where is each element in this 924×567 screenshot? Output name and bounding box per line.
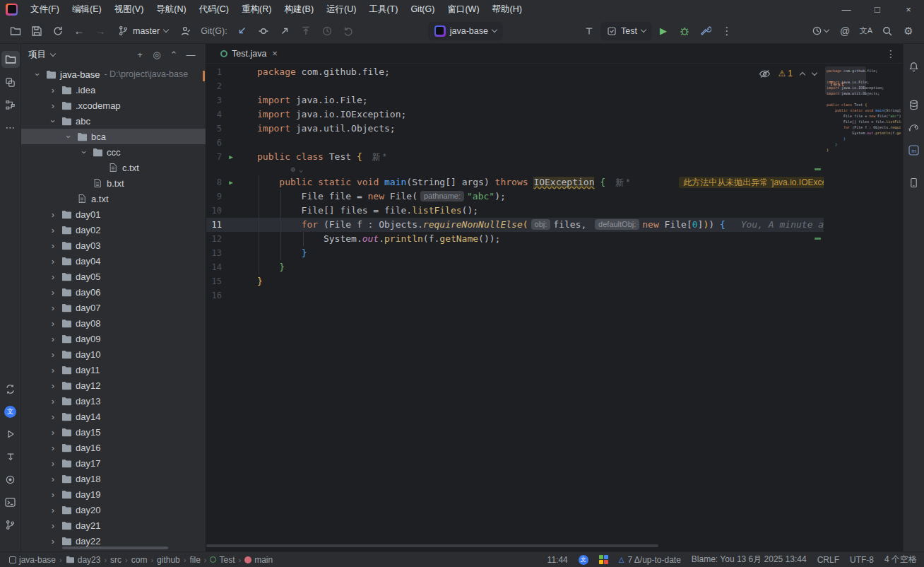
minimap[interactable]: Test package com.github.file;import java… [824, 64, 903, 551]
tree-item-day20[interactable]: ›day20 [21, 502, 206, 518]
run-tool-button[interactable] [1, 426, 20, 443]
tree-item-.idea[interactable]: ›.idea [21, 82, 206, 98]
chevron-icon[interactable]: › [47, 505, 59, 515]
chevron-icon[interactable]: › [47, 240, 59, 251]
code-line-14[interactable]: 14 } [206, 260, 824, 274]
chevron-icon[interactable]: › [64, 130, 74, 143]
menu-item-2[interactable]: 编辑(E) [66, 0, 108, 18]
next-problem-icon[interactable] [812, 69, 817, 75]
code-line-8[interactable]: 8▶ public static void main(String[] args… [206, 175, 824, 189]
add-button[interactable]: + [132, 47, 148, 62]
code-line-16[interactable]: 16 [206, 288, 824, 303]
run-button[interactable]: ▶ [653, 21, 673, 41]
chevron-icon[interactable]: › [47, 365, 59, 375]
update-project-button[interactable] [232, 21, 252, 41]
menu-item-8[interactable]: 运行(U) [320, 0, 362, 18]
push-button[interactable] [275, 21, 295, 41]
git-tool-button[interactable] [1, 516, 20, 533]
menu-item-7[interactable]: 构建(B) [278, 0, 320, 18]
code-line-6[interactable]: 6 [206, 136, 824, 150]
menu-item-5[interactable]: 代码(C) [193, 0, 235, 18]
menu-item-6[interactable]: 重构(R) [235, 0, 278, 18]
tree-item-day15[interactable]: ›day15 [21, 424, 206, 440]
project-widget[interactable]: java-base [428, 22, 503, 40]
previous-problem-icon[interactable] [800, 71, 805, 77]
open-folder-button[interactable] [6, 21, 25, 41]
tree-item-day17[interactable]: ›day17 [21, 455, 206, 471]
chevron-icon[interactable]: › [47, 334, 59, 344]
tree-item-day03[interactable]: ›day03 [21, 238, 206, 253]
chevron-icon[interactable]: › [48, 115, 59, 127]
sync-arrows-tool-button[interactable] [1, 380, 20, 397]
run-gutter-icon[interactable]: ▶ [222, 150, 240, 164]
chevron-icon[interactable]: › [47, 100, 59, 111]
maximize-button[interactable]: □ [862, 0, 893, 18]
run-gutter-icon[interactable]: ▶ [222, 175, 240, 189]
chevron-down-icon[interactable]: ⌄ [299, 164, 303, 175]
tree-item-day18[interactable]: ›day18 [21, 471, 206, 486]
code-line-9[interactable]: 9 File file = new File(pathname:"abc"); [206, 189, 824, 204]
debug-button[interactable] [675, 21, 694, 41]
translation-tool-button[interactable]: 文 [1, 403, 20, 420]
menu-item-4[interactable]: 导航(N) [150, 0, 192, 18]
tree-item-b.txt[interactable]: ›b.txt [21, 175, 206, 191]
profiler-button[interactable] [696, 21, 716, 41]
tree-item-ccc[interactable]: ›ccc [21, 144, 206, 160]
chevron-icon[interactable]: › [47, 271, 59, 282]
tree-item-bca[interactable]: ›bca [21, 129, 206, 144]
device-manager-button[interactable] [905, 174, 923, 191]
chevron-icon[interactable]: › [47, 489, 59, 500]
collapse-all-button[interactable]: ⌃ [166, 47, 182, 62]
tree-item-day09[interactable]: ›day09 [21, 331, 206, 346]
tree-item-day01[interactable]: ›day01 [21, 206, 206, 222]
project-tool-button[interactable] [1, 51, 20, 68]
blame-widget[interactable]: Blame: You 13 6月 2025 13:44 [692, 554, 807, 566]
menu-item-1[interactable]: 文件(F) [24, 0, 66, 18]
chevron-icon[interactable]: › [47, 427, 59, 438]
translation-status-icon[interactable]: 文 [579, 555, 588, 565]
tree-item-day14[interactable]: ›day14 [21, 409, 206, 424]
recent-activity-button[interactable] [807, 21, 834, 41]
menu-item-11[interactable]: 窗口(W) [441, 0, 485, 18]
breadcrumb-item-main[interactable]: main [242, 555, 275, 565]
maven-tool-button[interactable]: m [905, 141, 923, 158]
translate-button[interactable]: 文A [856, 21, 876, 41]
code-line-13[interactable]: 13 } [206, 246, 824, 260]
tree-item-abc[interactable]: ›abc [21, 113, 206, 129]
menu-item-12[interactable]: 帮助(H) [486, 0, 528, 18]
run-config-widget[interactable]: Test [600, 22, 652, 40]
indent-widget[interactable]: 4 个空格 [884, 554, 917, 566]
warning-badge[interactable]: ⚠1 [778, 69, 793, 78]
tree-item-day19[interactable]: ›day19 [21, 486, 206, 502]
chevron-icon[interactable]: › [47, 443, 59, 453]
chevron-icon[interactable]: › [47, 349, 59, 360]
tree-item-day05[interactable]: ›day05 [21, 269, 206, 284]
forward-button[interactable]: → [90, 21, 110, 41]
tree-item-.xcodemap[interactable]: ›.xcodemap [21, 98, 206, 113]
vcs-status-widget[interactable]: △7 Δ/up-to-date [619, 555, 681, 565]
coverage-tool-button[interactable] [1, 471, 20, 488]
chevron-icon[interactable]: › [47, 256, 59, 267]
code-line-10[interactable]: 10 File[] files = file.listFiles(); [206, 204, 824, 218]
database-tool-button[interactable] [905, 96, 923, 113]
chevron-down-icon[interactable] [50, 50, 56, 56]
save-button[interactable] [27, 21, 47, 41]
code-line-2[interactable]: 2 [206, 79, 824, 93]
tree-item-day11[interactable]: ›day11 [21, 362, 206, 378]
horizontal-scrollbar[interactable] [62, 546, 168, 549]
hide-panel-button[interactable]: — [183, 47, 199, 62]
menu-item-9[interactable]: 工具(T) [362, 0, 404, 18]
structure-tool-button[interactable] [1, 96, 20, 113]
breadcrumb-item-day23[interactable]: day23 [64, 555, 103, 565]
chevron-icon[interactable]: › [47, 380, 59, 391]
chevron-icon[interactable]: › [47, 411, 59, 422]
eye-off-icon[interactable] [759, 69, 771, 78]
code-line-7[interactable]: 7▶public class Test {新 * [206, 150, 824, 164]
more-tool-windows-button[interactable]: ⋯ [1, 119, 20, 136]
search-everywhere-button[interactable] [877, 21, 897, 41]
code-line-1[interactable]: 1package com.github.file; [206, 65, 824, 79]
editor[interactable]: 1package com.github.file;23import java.i… [206, 64, 824, 551]
encoding-widget[interactable]: UTF-8 [850, 555, 874, 565]
tree-item-day13[interactable]: ›day13 [21, 393, 206, 409]
code-with-me-button[interactable]: @ [835, 21, 855, 41]
